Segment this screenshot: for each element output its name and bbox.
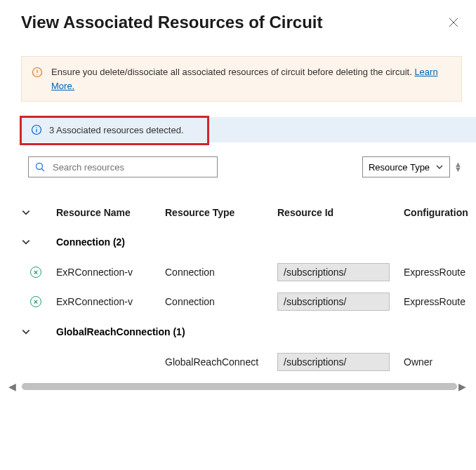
search-icon [34,161,46,173]
sort-down-icon: ▼ [454,167,462,172]
connection-icon [30,267,41,278]
page-title: View Associated Resources of Circuit [21,13,322,32]
table-row[interactable]: ExRConnection-v Connection /subscription… [0,257,476,287]
resource-type: Connection [165,296,277,307]
resource-type: Connection [165,267,277,278]
column-header-config[interactable]: Configuration [404,207,474,218]
warning-text: Ensure you delete/dissociate all associa… [51,67,414,77]
search-box[interactable] [28,156,218,177]
svg-point-6 [36,127,37,128]
scroll-left-icon[interactable]: ◀ [6,381,19,392]
search-input[interactable] [53,162,211,173]
resources-table: Resource Name Resource Type Resource Id … [0,207,476,392]
resource-id-field[interactable]: /subscriptions/ [277,353,390,371]
column-header-name[interactable]: Resource Name [56,207,165,218]
close-icon [448,17,459,28]
scroll-right-icon[interactable]: ▶ [456,381,469,392]
info-icon [31,124,42,135]
resource-id-field[interactable]: /subscriptions/ [277,293,390,311]
info-banner: 3 Associated resources detected. [21,117,476,142]
group-label: GlobalReachConnection (1) [56,326,185,337]
table-row[interactable]: ExRConnection-v Connection /subscription… [0,287,476,316]
table-header: Resource Name Resource Type Resource Id … [0,207,476,227]
resource-id-field[interactable]: /subscriptions/ [277,263,390,281]
resource-config: ExpressRoute [404,267,474,278]
resource-config: ExpressRoute [404,296,474,307]
scroll-thumb[interactable] [22,383,457,390]
sort-dropdown[interactable]: Resource Type [362,156,450,177]
warning-icon [32,67,43,78]
table-row[interactable]: GlobalReachConnect /subscriptions/ Owner [0,347,476,377]
info-text: 3 Associated resources detected. [49,125,184,135]
svg-point-8 [37,163,43,170]
connection-icon [30,296,41,307]
group-label: Connection (2) [56,236,125,248]
chevron-down-icon [21,327,31,337]
resource-name: ExRConnection-v [56,267,165,278]
close-button[interactable] [448,17,459,28]
chevron-down-icon [21,237,31,247]
group-row[interactable]: GlobalReachConnection (1) [0,316,476,347]
svg-point-4 [37,74,37,75]
resource-type: GlobalReachConnect [165,356,277,368]
column-header-id[interactable]: Resource Id [277,207,404,218]
sort-dropdown-label: Resource Type [369,162,430,173]
scroll-track[interactable] [22,383,453,390]
sort-direction-toggle[interactable]: ▲ ▼ [454,162,462,172]
resource-name: ExRConnection-v [56,296,165,307]
resource-config: Owner [404,356,474,368]
svg-line-9 [42,169,45,172]
warning-banner: Ensure you delete/dissociate all associa… [21,56,462,102]
horizontal-scrollbar[interactable]: ◀ ▶ [0,377,476,392]
column-header-type[interactable]: Resource Type [165,207,277,218]
chevron-down-icon[interactable] [21,208,31,217]
chevron-down-icon [435,163,444,171]
group-row[interactable]: Connection (2) [0,227,476,257]
